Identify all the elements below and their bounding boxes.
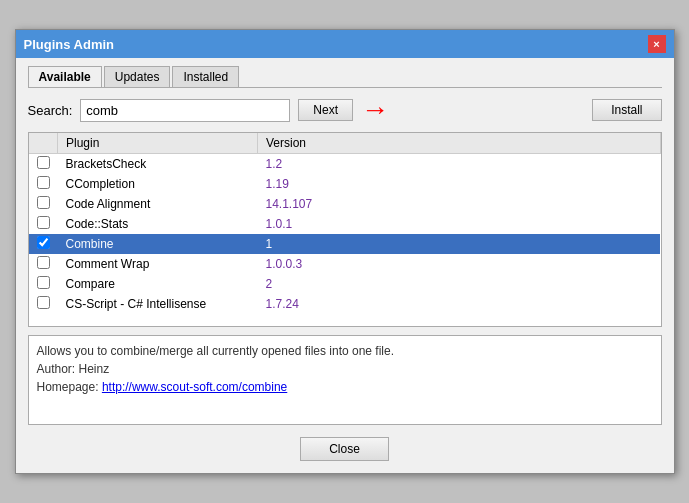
row-checkbox[interactable] <box>37 196 50 209</box>
row-version: 1.7.24 <box>258 294 661 314</box>
window-title: Plugins Admin <box>24 37 115 52</box>
table-header: Plugin Version <box>29 133 661 154</box>
row-checkbox[interactable] <box>37 216 50 229</box>
row-checkbox-cell <box>29 194 58 214</box>
row-checkbox-cell <box>29 254 58 274</box>
row-version: 1.0.0.3 <box>258 254 661 274</box>
table-row[interactable]: BracketsCheck1.2 <box>29 154 661 175</box>
table-row[interactable]: Compare2 <box>29 274 661 294</box>
title-bar: Plugins Admin × <box>16 30 674 58</box>
row-checkbox[interactable] <box>37 296 50 309</box>
row-checkbox-cell <box>29 274 58 294</box>
tab-bar: Available Updates Installed <box>28 66 662 88</box>
col-plugin: Plugin <box>58 133 258 154</box>
close-row: Close <box>28 437 662 461</box>
desc-line1: Allows you to combine/merge all currentl… <box>37 344 395 358</box>
tab-installed[interactable]: Installed <box>172 66 239 87</box>
content-area: Available Updates Installed Search: Next… <box>16 58 674 473</box>
description-box: Allows you to combine/merge all currentl… <box>28 335 662 425</box>
row-version: 1 <box>258 234 661 254</box>
row-version: 1.19 <box>258 174 661 194</box>
tab-available[interactable]: Available <box>28 66 102 87</box>
table-row[interactable]: Combine1 <box>29 234 661 254</box>
row-plugin-name: Code::Stats <box>58 214 258 234</box>
row-version: 2 <box>258 274 661 294</box>
plugins-admin-window: Plugins Admin × Available Updates Instal… <box>15 29 675 474</box>
table-row[interactable]: Comment Wrap1.0.0.3 <box>29 254 661 274</box>
col-version: Version <box>258 133 661 154</box>
row-checkbox-cell <box>29 174 58 194</box>
table-row[interactable]: Code Alignment14.1.107 <box>29 194 661 214</box>
row-checkbox-cell <box>29 234 58 254</box>
row-checkbox-cell <box>29 294 58 314</box>
row-plugin-name: Code Alignment <box>58 194 258 214</box>
row-checkbox[interactable] <box>37 156 50 169</box>
tab-updates[interactable]: Updates <box>104 66 171 87</box>
next-button[interactable]: Next <box>298 99 353 121</box>
row-checkbox[interactable] <box>37 176 50 189</box>
row-plugin-name: Comment Wrap <box>58 254 258 274</box>
install-button[interactable]: Install <box>592 99 661 121</box>
plugin-list: Plugin Version BracketsCheck1.2CCompleti… <box>28 132 662 327</box>
row-plugin-name: Combine <box>58 234 258 254</box>
row-plugin-name: Compare <box>58 274 258 294</box>
plugin-table: Plugin Version BracketsCheck1.2CCompleti… <box>29 133 661 314</box>
row-plugin-name: CCompletion <box>58 174 258 194</box>
desc-link[interactable]: http://www.scout-soft.com/combine <box>102 380 287 394</box>
row-plugin-name: CS-Script - C# Intellisense <box>58 294 258 314</box>
row-checkbox[interactable] <box>37 236 50 249</box>
row-checkbox-cell <box>29 154 58 175</box>
arrow-indicator: → <box>361 96 389 124</box>
col-check <box>29 133 58 154</box>
row-version: 1.2 <box>258 154 661 175</box>
row-checkbox[interactable] <box>37 256 50 269</box>
search-input[interactable] <box>80 99 290 122</box>
table-row[interactable]: CCompletion1.19 <box>29 174 661 194</box>
row-version: 1.0.1 <box>258 214 661 234</box>
close-button[interactable]: Close <box>300 437 389 461</box>
row-checkbox-cell <box>29 214 58 234</box>
search-label: Search: <box>28 103 73 118</box>
row-plugin-name: BracketsCheck <box>58 154 258 175</box>
table-row[interactable]: Code::Stats1.0.1 <box>29 214 661 234</box>
row-version: 14.1.107 <box>258 194 661 214</box>
desc-line2: Author: Heinz <box>37 362 110 376</box>
row-checkbox[interactable] <box>37 276 50 289</box>
desc-line3: Homepage: http://www.scout-soft.com/comb… <box>37 380 288 394</box>
search-row: Search: Next → Install <box>28 96 662 124</box>
table-row[interactable]: CS-Script - C# Intellisense1.7.24 <box>29 294 661 314</box>
close-icon[interactable]: × <box>648 35 666 53</box>
